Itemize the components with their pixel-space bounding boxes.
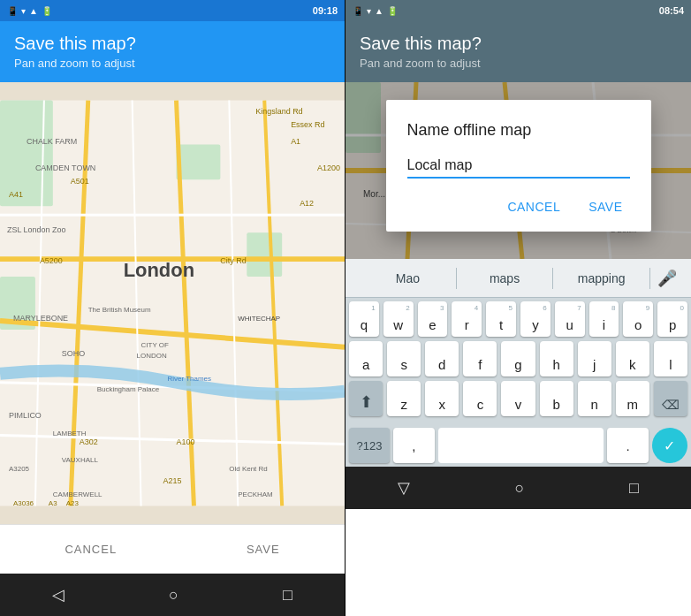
svg-text:A302: A302: [80, 437, 98, 446]
key-b[interactable]: b: [540, 381, 573, 416]
space-key[interactable]: [438, 428, 604, 463]
battery-icon-right: 🔋: [387, 6, 398, 16]
comma-key[interactable]: ,: [393, 428, 435, 463]
delete-key[interactable]: ⌫: [654, 381, 687, 416]
key-r[interactable]: 4r: [452, 301, 482, 337]
dialog-cancel-button[interactable]: CANCEL: [500, 196, 567, 217]
status-icons-right: 📱 ▾ ▲ 🔋: [353, 6, 398, 16]
header-subtitle-left: Pan and zoom to adjust: [14, 57, 330, 70]
svg-text:A23: A23: [66, 499, 80, 507]
key-y[interactable]: 6y: [520, 301, 551, 337]
time-right: 08:54: [659, 5, 684, 16]
key-h[interactable]: h: [540, 341, 573, 376]
key-o[interactable]: 9o: [623, 301, 653, 337]
save-button-left[interactable]: SAVE: [225, 536, 301, 563]
svg-text:A100: A100: [176, 437, 194, 446]
key-n[interactable]: n: [578, 381, 611, 416]
nav-bar-left: ◁ ○ □: [0, 574, 345, 616]
back-icon-right[interactable]: ▽: [398, 478, 410, 498]
key-e[interactable]: 3e: [418, 301, 448, 337]
nav-bar-right: ▽ ○ □: [346, 467, 691, 509]
enter-key[interactable]: ✓: [652, 428, 687, 463]
svg-text:A215: A215: [163, 476, 182, 485]
svg-text:River Thames: River Thames: [168, 375, 211, 383]
svg-text:CAMBERWELL: CAMBERWELL: [53, 491, 103, 498]
dialog-save-button[interactable]: SAVE: [581, 196, 629, 217]
status-icons-left: 📱 ▾ ▲ 🔋: [7, 6, 52, 16]
keyboard-rows: 1q 2w 3e 4r 5t 6y 7u 8i 9o 0p a s d f g …: [346, 298, 691, 424]
mic-icon[interactable]: 🎤: [657, 269, 677, 288]
key-z[interactable]: z: [387, 381, 421, 416]
svg-text:A1200: A1200: [317, 164, 340, 172]
svg-text:City Rd: City Rd: [220, 256, 246, 265]
map-area-right: Mor... Cornhill... Burlington Pl Gran...…: [346, 82, 691, 259]
header-right: Save this map? Pan and zoom to adjust: [346, 21, 691, 82]
svg-text:LAMBETH: LAMBETH: [53, 430, 87, 437]
key-row-2: a s d f g h j k l: [349, 341, 687, 376]
svg-text:LONDON: LONDON: [137, 352, 167, 360]
svg-text:Old Kent Rd: Old Kent Rd: [229, 465, 267, 473]
dialog-input-wrap[interactable]: [407, 157, 630, 179]
svg-text:A3205: A3205: [9, 465, 30, 473]
home-icon-right[interactable]: ○: [515, 479, 525, 498]
suggestion-0[interactable]: Mao: [360, 268, 457, 289]
back-icon-left[interactable]: ◁: [52, 585, 65, 605]
svg-text:Kingsland Rd: Kingsland Rd: [255, 107, 302, 116]
key-d[interactable]: d: [425, 341, 459, 376]
key-i[interactable]: 8i: [589, 301, 619, 337]
svg-text:A5200: A5200: [40, 256, 63, 265]
key-c[interactable]: c: [463, 381, 497, 416]
key-k[interactable]: k: [616, 341, 649, 376]
symbol-key[interactable]: ?123: [349, 428, 390, 463]
map-area-left[interactable]: London CHALK FARM CAMDEN TOWN ZSL London…: [0, 82, 345, 524]
header-title-left: Save this map?: [14, 34, 330, 54]
svg-text:CITY OF: CITY OF: [141, 341, 169, 349]
svg-text:CAMDEN TOWN: CAMDEN TOWN: [35, 164, 95, 172]
svg-text:SOHO: SOHO: [62, 349, 85, 358]
wifi-icon-right: ▾: [367, 6, 371, 16]
svg-text:A501: A501: [71, 177, 89, 186]
signal-icon: ▲: [29, 6, 38, 16]
key-l[interactable]: l: [654, 341, 687, 376]
sim-icon-right: 📱: [353, 6, 363, 16]
shift-key[interactable]: ⬆: [349, 381, 383, 416]
key-v[interactable]: v: [501, 381, 535, 416]
home-icon-left[interactable]: ○: [169, 586, 178, 605]
svg-text:London: London: [124, 259, 194, 281]
svg-text:A3036: A3036: [13, 499, 34, 507]
suggestion-1[interactable]: maps: [457, 268, 554, 289]
suggestion-2[interactable]: mapping: [553, 268, 650, 289]
sim-icon: 📱: [7, 6, 18, 16]
key-m[interactable]: m: [616, 381, 649, 416]
key-p[interactable]: 0p: [657, 301, 687, 337]
dialog-actions: CANCEL SAVE: [407, 196, 630, 217]
cancel-button-left[interactable]: CANCEL: [43, 536, 138, 563]
svg-text:The British Museum: The British Museum: [88, 306, 151, 314]
key-t[interactable]: 5t: [486, 301, 516, 337]
map-name-input[interactable]: [407, 157, 630, 173]
dialog-overlay: Name offline map CANCEL SAVE: [346, 82, 691, 259]
key-w[interactable]: 2w: [383, 301, 414, 337]
battery-icon: 🔋: [42, 6, 52, 16]
key-row-1: 1q 2w 3e 4r 5t 6y 7u 8i 9o 0p: [349, 301, 687, 337]
right-panel: 📱 ▾ ▲ 🔋 08:54 Save this map? Pan and zoo…: [346, 0, 691, 616]
key-j[interactable]: j: [578, 341, 611, 376]
period-key[interactable]: .: [607, 428, 649, 463]
key-s[interactable]: s: [387, 341, 421, 376]
key-u[interactable]: 7u: [555, 301, 585, 337]
svg-text:VAUXHALL: VAUXHALL: [62, 456, 99, 464]
svg-rect-3: [176, 144, 220, 179]
header-subtitle-right: Pan and zoom to adjust: [360, 57, 677, 70]
key-q[interactable]: 1q: [349, 301, 379, 337]
key-x[interactable]: x: [425, 381, 459, 416]
header-left: Save this map? Pan and zoom to adjust: [0, 21, 345, 82]
key-g[interactable]: g: [501, 341, 535, 376]
recent-icon-right[interactable]: □: [629, 479, 639, 498]
recent-icon-left[interactable]: □: [283, 586, 292, 605]
svg-text:Buckingham Palace: Buckingham Palace: [97, 385, 160, 393]
key-f[interactable]: f: [463, 341, 497, 376]
svg-text:CHALK FARM: CHALK FARM: [27, 137, 77, 146]
header-title-right: Save this map?: [360, 34, 677, 54]
key-a[interactable]: a: [349, 341, 383, 376]
left-panel: 📱 ▾ ▲ 🔋 09:18 Save this map? Pan and zoo…: [0, 0, 345, 616]
